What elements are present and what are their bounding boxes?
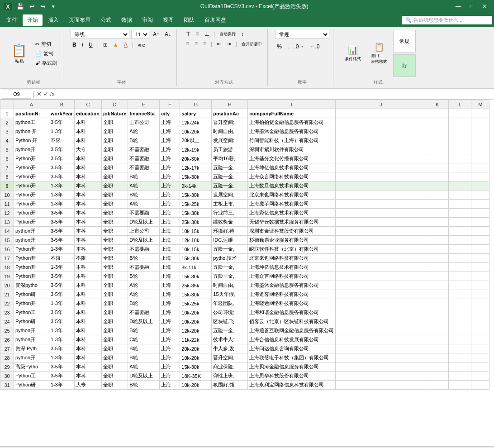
cell-14-B[interactable]: 3-5年	[49, 227, 75, 236]
conditional-format-button[interactable]: 📊 条件格式	[341, 43, 365, 64]
cell-31-F[interactable]: 上海	[160, 381, 180, 390]
cell-25-G[interactable]: 12k-20k	[180, 326, 212, 335]
header-cell-G[interactable]: salary	[180, 109, 212, 118]
cell-19-F[interactable]: 上海	[160, 272, 180, 281]
cell-6-G[interactable]: 20k-30k	[180, 154, 212, 163]
align-middle-button[interactable]: ≡	[194, 30, 201, 38]
cell-8-G[interactable]: 15k-30k	[180, 172, 212, 181]
cell-20-E[interactable]: A轮	[128, 281, 160, 290]
merge-button[interactable]: 合并后居中	[240, 40, 264, 48]
minimize-button[interactable]: —	[452, 2, 465, 10]
cell-21-M[interactable]	[471, 290, 489, 299]
cell-10-M[interactable]	[471, 191, 489, 200]
cell-22-H[interactable]: 年轻团队,	[212, 299, 248, 308]
cell-9-F[interactable]: 上海	[160, 181, 180, 191]
cell-12-B[interactable]: 3-5年	[49, 209, 75, 218]
format-paint-button[interactable]: 🖌 格式刷	[33, 59, 59, 67]
cell-9-D[interactable]: 全职	[101, 181, 128, 191]
thousands-button[interactable]: ,	[285, 43, 290, 51]
cell-15-K[interactable]	[426, 236, 449, 245]
cell-18-M[interactable]	[471, 263, 489, 272]
cell-16-I[interactable]: 瞬联软件科技（北京）有限公司	[248, 245, 336, 254]
cell-4-C[interactable]: 本科	[74, 136, 101, 145]
cell-7-D[interactable]: 全职	[101, 163, 128, 172]
cell-23-C[interactable]: 本科	[74, 308, 101, 317]
cell-10-G[interactable]: 15k-30k	[180, 191, 212, 200]
cell-10-D[interactable]: 全职	[101, 191, 128, 200]
cell-18-A[interactable]: Python开	[14, 263, 49, 272]
cell-17-C[interactable]: 不限	[74, 254, 101, 263]
header-cell-A[interactable]: positionN:	[14, 109, 49, 118]
cell-19-C[interactable]: 本科	[74, 272, 101, 281]
menu-file[interactable]: 文件	[2, 14, 22, 26]
cell-15-B[interactable]: 3-5年	[49, 236, 75, 245]
cell-5-E[interactable]: 不需要融	[128, 145, 160, 154]
cell-4-L[interactable]	[449, 136, 471, 145]
cell-12-L[interactable]	[449, 209, 471, 218]
cell-27-B[interactable]: 3-5年	[49, 344, 75, 353]
cell-19-G[interactable]: 15k-30k	[180, 272, 212, 281]
cell-15-H[interactable]: IDC,运维	[212, 236, 248, 245]
cell-24-J[interactable]	[336, 317, 426, 326]
cell-11-K[interactable]	[426, 200, 449, 209]
cell-18-E[interactable]: 不需要融	[128, 263, 160, 272]
cell-4-D[interactable]: 全职	[101, 136, 128, 145]
cell-22-F[interactable]: 上海	[160, 299, 180, 308]
cell-8-A[interactable]: Python开	[14, 172, 49, 181]
style-normal[interactable]: 常规	[393, 30, 416, 52]
cell-24-F[interactable]: 上海	[160, 317, 180, 326]
cell-20-I[interactable]: 上海墨沐金融信息服务有限公司	[248, 281, 336, 290]
cell-14-A[interactable]: python开	[14, 227, 49, 236]
cell-20-G[interactable]: 25k-35k	[180, 281, 212, 290]
cell-26-B[interactable]: 1-3年	[49, 335, 75, 344]
cell-17-M[interactable]	[471, 254, 489, 263]
cell-18-F[interactable]: 上海	[160, 263, 180, 272]
cell-30-H[interactable]: 弹性上班,	[212, 372, 248, 381]
cell-31-E[interactable]: B轮	[128, 381, 160, 390]
cell-20-D[interactable]: 全职	[101, 281, 128, 290]
maximize-button[interactable]: □	[466, 2, 477, 10]
cut-button[interactable]: ✂ 剪切	[33, 40, 59, 48]
border-button[interactable]: ⊞	[101, 41, 109, 49]
cell-20-C[interactable]: 本科	[74, 281, 101, 290]
cell-14-D[interactable]: 全职	[101, 227, 128, 236]
cell-29-H[interactable]: 商业保险,	[212, 362, 248, 372]
cell-22-G[interactable]: 15k-25k	[180, 299, 212, 308]
cell-22-C[interactable]: 本科	[74, 299, 101, 308]
cell-15-E[interactable]: D轮及以上	[128, 236, 160, 245]
cell-17-H[interactable]: pytho,技术	[212, 254, 248, 263]
cell-14-G[interactable]: 10k-15k	[180, 227, 212, 236]
cell-9-I[interactable]: 上海数旦信息技术有限公司	[248, 181, 336, 191]
menu-formula[interactable]: 公式	[96, 14, 116, 26]
col-header-G[interactable]: G	[180, 100, 212, 109]
header-cell-M[interactable]	[471, 109, 489, 118]
cell-28-C[interactable]: 本科	[74, 353, 101, 362]
cell-8-J[interactable]	[336, 172, 426, 181]
cell-2-H[interactable]: 晋升空间;	[212, 118, 248, 127]
cell-7-I[interactable]: 上海坤亿信息技术有限公司	[248, 163, 336, 172]
cell-6-I[interactable]: 上海基分文化传播有限公司	[248, 154, 336, 163]
cell-31-K[interactable]	[426, 381, 449, 390]
cell-11-J[interactable]	[336, 200, 426, 209]
cell-22-A[interactable]: Python开	[14, 299, 49, 308]
cell-30-D[interactable]: 全职	[101, 372, 128, 381]
cell-8-H[interactable]: 五险一金,	[212, 172, 248, 181]
cell-15-L[interactable]	[449, 236, 471, 245]
cell-19-I[interactable]: 上海众言网络科技有限公司	[248, 272, 336, 281]
cell-27-A[interactable]: 资深 Pyth	[14, 344, 49, 353]
cell-2-C[interactable]: 本科	[74, 118, 101, 127]
cell-11-C[interactable]: 本科	[74, 200, 101, 209]
cell-14-H[interactable]: 环境好,待	[212, 227, 248, 236]
cell-21-L[interactable]	[449, 290, 471, 299]
cell-24-A[interactable]: Python研	[14, 317, 49, 326]
header-cell-C[interactable]: education	[74, 109, 101, 118]
quick-access-save[interactable]: 💾	[15, 3, 25, 10]
cell-10-K[interactable]	[426, 191, 449, 200]
cell-13-A[interactable]: Python开	[14, 218, 49, 227]
cell-30-G[interactable]: 18K-35K	[180, 372, 212, 381]
col-header-B[interactable]: B	[49, 100, 75, 109]
cell-7-G[interactable]: 12k-17k	[180, 163, 212, 172]
cell-16-B[interactable]: 1-3年	[49, 245, 75, 254]
cell-11-L[interactable]	[449, 200, 471, 209]
cell-25-M[interactable]	[471, 326, 489, 335]
